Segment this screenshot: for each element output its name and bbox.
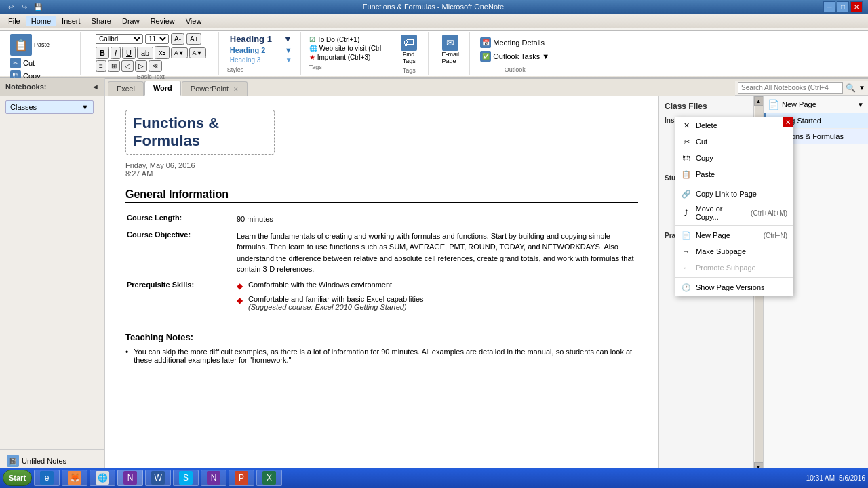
taskbar-onenote2[interactable]: N — [117, 470, 143, 486]
search-icon[interactable]: 🔍 — [846, 83, 856, 93]
context-menu: ✕ ✕ Delete ✂ Cut ⿻ Copy 📋 Paste 🔗 Copy L… — [675, 117, 793, 296]
menu-home[interactable]: Home — [26, 16, 56, 26]
tab-word[interactable]: Word — [144, 81, 181, 96]
teaching-note-text: You can skip the more difficult examples… — [134, 348, 638, 364]
subscript-btn[interactable]: x₂ — [155, 46, 170, 59]
close-btn[interactable]: ✕ — [850, 1, 863, 12]
ctx-newpage-shortcut: (Ctrl+N) — [764, 232, 787, 239]
taskbar-ie[interactable]: e — [34, 470, 60, 486]
taskbar-skype[interactable]: S — [173, 470, 199, 486]
sidebar-collapse-btn[interactable]: ◄ — [92, 83, 99, 91]
scroll-up-btn[interactable]: ▲ — [754, 96, 764, 106]
style-h1-btn[interactable]: Heading 1 ▼ — [227, 33, 295, 45]
increase-size-btn[interactable]: A+ — [186, 33, 202, 45]
ctx-copy-link[interactable]: 🔗 Copy Link to Page — [675, 186, 793, 202]
highlight-btn[interactable]: A▼ — [171, 47, 188, 58]
taskbar-firefox[interactable]: 🦊 — [62, 470, 87, 486]
email-page-btn[interactable]: ✉ E-mailPage — [437, 33, 464, 66]
ribbon-outlook-group: 📅 Meeting Details ✅ Outlook Tasks ▼ Outl… — [473, 32, 557, 75]
taskbar-word[interactable]: W — [145, 470, 171, 486]
notebook-tabs-container: Excel Word PowerPoint ✕ — [105, 81, 735, 96]
tag-website[interactable]: 🌐 Web site to visit (Ctrl — [309, 45, 382, 52]
menu-share[interactable]: Share — [86, 16, 117, 26]
forward-btn[interactable]: ↪ — [19, 1, 30, 12]
taskbar-onenote[interactable]: N — [201, 470, 226, 486]
numbering-btn[interactable]: ⊞ — [108, 60, 120, 72]
classes-dropdown[interactable]: Classes ▼ — [5, 100, 94, 114]
ctx-show-versions[interactable]: 🕐 Show Page Versions — [675, 279, 793, 296]
new-page-icon: 📄 — [768, 99, 779, 110]
page-time: 8:27 AM — [125, 169, 638, 178]
menu-draw[interactable]: Draw — [117, 16, 145, 26]
tray-time: 10:31 AM — [806, 474, 835, 482]
page-title: Functions & Formulas — [133, 115, 267, 150]
course-length-value: 90 minutes — [237, 211, 637, 227]
ribbon-email-group: ✉ E-mailPage — [431, 32, 470, 75]
excel-icon: X — [262, 471, 276, 485]
meeting-details-btn[interactable]: 📅 Meeting Details — [478, 37, 551, 49]
search-input[interactable] — [738, 82, 843, 94]
menu-review[interactable]: Review — [145, 16, 180, 26]
ctx-versions-icon: 🕐 — [681, 282, 692, 293]
indent-less-btn[interactable]: ◁ — [121, 60, 134, 72]
class-files-title: Class Files — [665, 102, 748, 111]
unfiled-notes-item[interactable]: 📓 Unfiled Notes — [3, 453, 102, 469]
page-content: Functions & Formulas Friday, May 06, 201… — [105, 96, 658, 472]
italic-btn[interactable]: I — [111, 47, 121, 59]
start-button[interactable]: Start — [3, 470, 32, 486]
back-btn[interactable]: ↩ — [5, 1, 16, 12]
cut-btn[interactable]: ✂ Cut — [8, 57, 75, 69]
outlook-tasks-btn[interactable]: ✅ Outlook Tasks ▼ — [478, 50, 551, 62]
ctx-link-icon: 🔗 — [681, 188, 692, 199]
ctx-paste[interactable]: 📋 Paste — [675, 166, 793, 182]
taskbar-powerpoint[interactable]: P — [229, 470, 254, 486]
ctx-show-versions-label: Show Page Versions — [696, 283, 765, 291]
context-menu-close-btn[interactable]: ✕ — [783, 117, 793, 127]
tab-excel[interactable]: Excel — [108, 81, 144, 96]
maximize-btn[interactable]: □ — [837, 1, 849, 12]
ctx-delete[interactable]: ✕ Delete — [675, 117, 793, 134]
paste-btn[interactable]: 📋 Paste — [8, 33, 75, 56]
ctx-new-page[interactable]: 📄 New Page (Ctrl+N) — [675, 227, 793, 243]
bullets-btn[interactable]: ≡ — [96, 60, 106, 72]
teaching-note: • You can skip the more difficult exampl… — [125, 348, 638, 364]
font-select[interactable]: Calibri — [96, 34, 143, 44]
indent-more-btn[interactable]: ▷ — [135, 60, 147, 72]
onenote2-icon: N — [123, 471, 137, 485]
ctx-move-copy[interactable]: ⤴ Move or Copy... (Ctrl+Alt+M) — [675, 202, 793, 224]
new-page-btn[interactable]: 📄 New Page — [768, 99, 816, 110]
tag-todo[interactable]: ☑ To Do (Ctrl+1) — [309, 36, 382, 43]
taskbar-excel[interactable]: X — [256, 470, 282, 486]
page-title-box: Functions & Formulas — [125, 110, 275, 155]
ribbon-tags-group: ☑ To Do (Ctrl+1) 🌐 Web site to visit (Ct… — [304, 32, 388, 75]
save-btn[interactable]: 💾 — [33, 1, 43, 12]
strikethrough-btn[interactable]: ab — [137, 47, 153, 59]
new-page-dropdown-btn[interactable]: ▼ — [857, 101, 864, 108]
ctx-copy[interactable]: ⿻ Copy — [675, 150, 793, 166]
tag-important[interactable]: ★ Important (Ctrl+3) — [309, 54, 382, 61]
style-h3-btn[interactable]: Heading 3 ▼ — [227, 56, 295, 64]
ctx-make-subpage[interactable]: → Make Subpage — [675, 243, 793, 260]
menu-insert[interactable]: Insert — [56, 16, 86, 26]
ctx-cut[interactable]: ✂ Cut — [675, 134, 793, 150]
ribbon-styles-group: Heading 1 ▼ Heading 2 ▼ Heading 3 ▼ Styl… — [222, 32, 301, 75]
minimize-btn[interactable]: ─ — [823, 1, 835, 12]
ie-icon: e — [40, 471, 54, 485]
window-title: Functions & Formulas - Microsoft OneNote — [46, 3, 821, 11]
menu-view[interactable]: View — [180, 16, 208, 26]
bold-btn[interactable]: B — [96, 47, 109, 59]
decrease-size-btn[interactable]: A- — [171, 33, 184, 45]
underline-btn[interactable]: U — [122, 47, 136, 59]
notebook-bar: Notebooks: ◄ Excel Word PowerPoint ✕ 🔍 ▼ — [0, 79, 868, 96]
style-h2-btn[interactable]: Heading 2 ▼ — [227, 45, 295, 55]
fontcolor-btn[interactable]: A▼ — [189, 47, 206, 58]
skype-icon: S — [179, 471, 193, 485]
find-tags-btn[interactable]: 🏷 FindTags — [395, 33, 422, 66]
taskbar-chrome[interactable]: 🌐 — [90, 470, 115, 486]
ctx-promote-subpage[interactable]: ← Promote Subpage — [675, 260, 793, 276]
menu-file[interactable]: File — [3, 16, 26, 26]
fontsize-select[interactable]: 11 — [145, 34, 169, 44]
search-expand-icon[interactable]: ▼ — [859, 84, 865, 92]
tab-powerpoint[interactable]: PowerPoint ✕ — [182, 81, 248, 96]
align-left-btn[interactable]: ⫷ — [149, 60, 162, 72]
